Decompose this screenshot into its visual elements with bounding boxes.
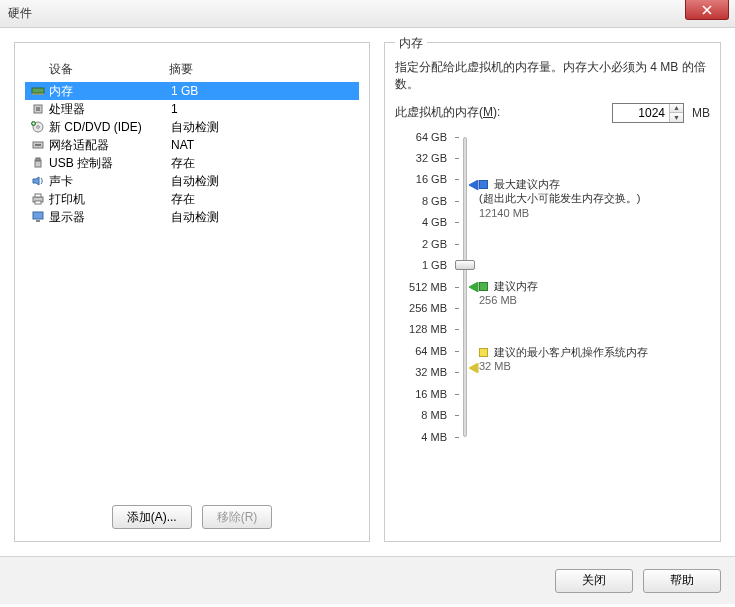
- device-summary: 1 GB: [171, 84, 198, 98]
- slider-tick: 8 GB: [422, 195, 451, 207]
- device-summary: 自动检测: [171, 173, 219, 190]
- slider-thumb[interactable]: [455, 260, 475, 270]
- device-row[interactable]: USB 控制器存在: [25, 154, 359, 172]
- slider-tick: 16 MB: [415, 388, 451, 400]
- device-name: 声卡: [47, 173, 171, 190]
- close-icon[interactable]: [685, 0, 729, 20]
- svg-rect-2: [36, 107, 40, 111]
- slider-tick: 32 GB: [416, 152, 451, 164]
- device-summary: 1: [171, 102, 178, 116]
- device-name: 新 CD/DVD (IDE): [47, 119, 171, 136]
- device-row[interactable]: 显示器自动检测: [25, 208, 359, 226]
- device-name: 处理器: [47, 101, 171, 118]
- memory-panel: 内存 指定分配给此虚拟机的内存量。内存大小必须为 4 MB 的倍数。 此虚拟机的…: [384, 42, 721, 542]
- device-summary: NAT: [171, 138, 194, 152]
- cpu-icon: [29, 101, 47, 117]
- usb-icon: [29, 155, 47, 171]
- window-title: 硬件: [8, 5, 32, 22]
- slider-tick: 512 MB: [409, 281, 451, 293]
- memory-icon: [29, 83, 47, 99]
- device-row[interactable]: 打印机存在: [25, 190, 359, 208]
- memory-slider[interactable]: [451, 137, 479, 437]
- slider-tick: 64 GB: [416, 131, 451, 143]
- slider-tick: 16 GB: [416, 173, 451, 185]
- device-row[interactable]: 内存1 GB: [25, 82, 359, 100]
- slider-tick: 64 MB: [415, 345, 451, 357]
- titlebar: 硬件: [0, 0, 735, 28]
- slider-legend: 最大建议内存(超出此大小可能发生内存交换。)12140 MB建议内存256 MB…: [479, 137, 659, 437]
- device-name: 内存: [47, 83, 171, 100]
- svg-rect-11: [35, 194, 41, 197]
- spinner-up-icon[interactable]: ▲: [670, 104, 683, 114]
- cd-icon: [29, 119, 47, 135]
- device-list-header: 设备 摘要: [25, 59, 359, 82]
- device-row[interactable]: 新 CD/DVD (IDE)自动检测: [25, 118, 359, 136]
- device-summary: 自动检测: [171, 119, 219, 136]
- svg-rect-9: [36, 158, 40, 161]
- device-list[interactable]: 内存1 GB处理器1新 CD/DVD (IDE)自动检测网络适配器NATUSB …: [25, 82, 359, 499]
- help-button[interactable]: 帮助: [643, 569, 721, 593]
- svg-rect-14: [36, 220, 40, 222]
- svg-rect-0: [32, 88, 44, 93]
- memory-spinner[interactable]: ▲ ▼: [612, 103, 684, 123]
- slider-marker-max: [469, 180, 479, 190]
- device-name: 网络适配器: [47, 137, 171, 154]
- slider-tick: 2 GB: [422, 238, 451, 250]
- slider-tick: 4 MB: [421, 431, 451, 443]
- svg-rect-7: [35, 144, 41, 146]
- slider-marker-rec: [469, 282, 479, 292]
- device-row[interactable]: 网络适配器NAT: [25, 136, 359, 154]
- device-row[interactable]: 处理器1: [25, 100, 359, 118]
- remove-button[interactable]: 移除(R): [202, 505, 273, 529]
- device-name: 显示器: [47, 209, 171, 226]
- slider-tick: 32 MB: [415, 366, 451, 378]
- svg-rect-13: [33, 212, 43, 219]
- memory-unit: MB: [692, 106, 710, 120]
- legend-max: 最大建议内存(超出此大小可能发生内存交换。)12140 MB: [479, 177, 640, 222]
- memory-panel-title: 内存: [395, 35, 427, 52]
- add-button[interactable]: 添加(A)...: [112, 505, 192, 529]
- spinner-down-icon[interactable]: ▼: [670, 113, 683, 122]
- printer-icon: [29, 191, 47, 207]
- device-summary: 存在: [171, 191, 195, 208]
- memory-input[interactable]: [613, 104, 669, 122]
- slider-ticks: 64 GB32 GB16 GB8 GB4 GB2 GB1 GB512 MB256…: [395, 137, 451, 437]
- svg-rect-12: [35, 201, 41, 204]
- sound-icon: [29, 173, 47, 189]
- device-name: 打印机: [47, 191, 171, 208]
- legend-rec: 建议内存256 MB: [479, 279, 538, 309]
- dialog-footer: 关闭 帮助: [0, 556, 735, 604]
- legend-min: 建议的最小客户机操作系统内存32 MB: [479, 345, 648, 375]
- network-icon: [29, 137, 47, 153]
- header-device: 设备: [49, 61, 169, 78]
- slider-marker-min: [469, 363, 479, 373]
- close-button[interactable]: 关闭: [555, 569, 633, 593]
- slider-tick: 1 GB: [422, 259, 451, 271]
- slider-tick: 8 MB: [421, 409, 451, 421]
- hardware-list-panel: 设备 摘要 内存1 GB处理器1新 CD/DVD (IDE)自动检测网络适配器N…: [14, 42, 370, 542]
- slider-tick: 256 MB: [409, 302, 451, 314]
- header-summary: 摘要: [169, 61, 193, 78]
- device-row[interactable]: 声卡自动检测: [25, 172, 359, 190]
- device-summary: 自动检测: [171, 209, 219, 226]
- memory-input-label: 此虚拟机的内存(M):: [395, 104, 500, 121]
- slider-tick: 4 GB: [422, 216, 451, 228]
- display-icon: [29, 209, 47, 225]
- svg-point-4: [37, 126, 40, 129]
- device-name: USB 控制器: [47, 155, 171, 172]
- device-summary: 存在: [171, 155, 195, 172]
- slider-tick: 128 MB: [409, 323, 451, 335]
- memory-description: 指定分配给此虚拟机的内存量。内存大小必须为 4 MB 的倍数。: [395, 59, 710, 93]
